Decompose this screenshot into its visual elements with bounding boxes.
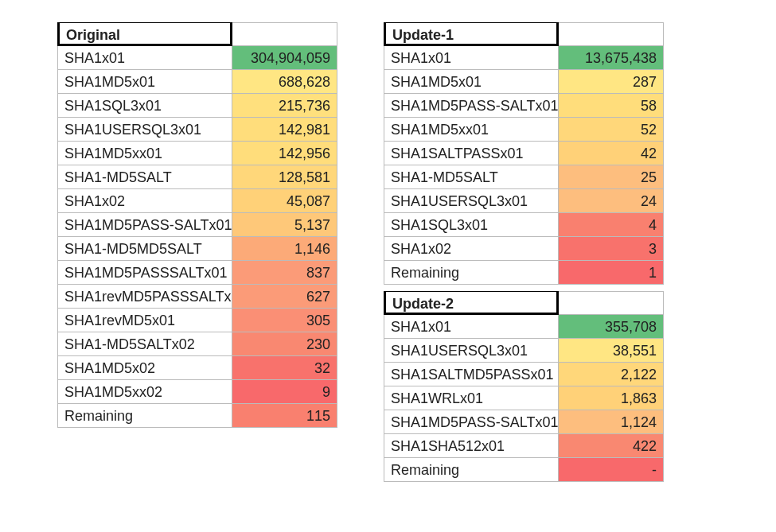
hash-method-count: 287 xyxy=(559,70,664,94)
page: Original SHA1x01304,904,059SHA1MD5x01688… xyxy=(0,0,776,514)
hash-method-label: SHA1SQL3x01 xyxy=(384,213,559,237)
hash-method-count: 215,736 xyxy=(232,94,337,118)
table-row: Remaining- xyxy=(384,458,664,482)
hash-method-count: 52 xyxy=(559,118,664,142)
table-row: SHA1MD5x0232 xyxy=(57,356,337,380)
hash-method-label: SHA1MD5x01 xyxy=(57,70,232,94)
table-header-update2: Update-2 xyxy=(384,291,559,315)
table-row: SHA1MD5xx01142,956 xyxy=(57,142,337,165)
hash-method-label: SHA1MD5x01 xyxy=(384,70,559,94)
hash-method-label: SHA1x01 xyxy=(384,46,559,70)
table-row: SHA1x01355,708 xyxy=(384,315,664,339)
table-row: SHA1MD5PASS-SALTx011,124 xyxy=(384,410,664,434)
hash-method-label: SHA1revMD5x01 xyxy=(57,309,232,332)
hash-method-count: 38,551 xyxy=(559,339,664,363)
hash-method-count: 627 xyxy=(232,285,337,309)
hash-method-label: SHA1MD5xx01 xyxy=(384,118,559,142)
table-row: SHA1USERSQL3x01142,981 xyxy=(57,118,337,142)
hash-method-label: SHA1x01 xyxy=(57,46,232,70)
table-row: SHA1MD5PASS-SALTx015,137 xyxy=(57,213,337,237)
table-row: SHA1SQL3x01215,736 xyxy=(57,94,337,118)
hash-method-label: SHA1MD5xx02 xyxy=(57,380,232,404)
hash-method-count: 24 xyxy=(559,189,664,213)
table-row: SHA1WRLx011,863 xyxy=(384,386,664,410)
table-row: SHA1SALTPASSx0142 xyxy=(384,142,664,165)
hash-method-count: 230 xyxy=(232,332,337,356)
hash-method-count: 305 xyxy=(232,309,337,332)
table-row: SHA1MD5xx029 xyxy=(57,380,337,404)
hash-method-label: SHA1MD5PASS-SALTx01 xyxy=(384,410,559,434)
hash-method-label: SHA1MD5PASS-SALTx01 xyxy=(57,213,232,237)
hash-method-count: 13,675,438 xyxy=(559,46,664,70)
hash-method-label: SHA1x01 xyxy=(384,315,559,339)
hash-method-count: 1,863 xyxy=(559,386,664,410)
hash-method-count: 32 xyxy=(232,356,337,380)
table-row: SHA1SALTMD5PASSx012,122 xyxy=(384,363,664,386)
hash-method-label: SHA1MD5xx01 xyxy=(57,142,232,165)
hash-method-count: 1,146 xyxy=(232,237,337,261)
table-original: Original SHA1x01304,904,059SHA1MD5x01688… xyxy=(57,22,337,428)
hash-method-label: SHA1-MD5MD5SALT xyxy=(57,237,232,261)
table-row: SHA1MD5PASS-SALTx0158 xyxy=(384,94,664,118)
table-row: SHA1USERSQL3x0124 xyxy=(384,189,664,213)
hash-method-count: 45,087 xyxy=(232,189,337,213)
hash-method-count: - xyxy=(559,458,664,482)
hash-method-count: 422 xyxy=(559,434,664,458)
hash-method-count: 1,124 xyxy=(559,410,664,434)
hash-method-label: SHA1USERSQL3x01 xyxy=(384,189,559,213)
hash-method-label: SHA1-MD5SALTx02 xyxy=(57,332,232,356)
table-row: SHA1-MD5MD5SALT1,146 xyxy=(57,237,337,261)
hash-method-label: SHA1-MD5SALT xyxy=(57,165,232,189)
table-row: SHA1USERSQL3x0138,551 xyxy=(384,339,664,363)
table-row: SHA1x01304,904,059 xyxy=(57,46,337,70)
table-row: SHA1SQL3x014 xyxy=(384,213,664,237)
table-row: Remaining1 xyxy=(384,261,664,285)
table-row: SHA1MD5x01287 xyxy=(384,70,664,94)
header-spacer xyxy=(232,22,337,46)
hash-method-label: SHA1revMD5PASSSALTx01 xyxy=(57,285,232,309)
table-row: SHA1x0113,675,438 xyxy=(384,46,664,70)
table-row: SHA1x023 xyxy=(384,237,664,261)
table-row: SHA1revMD5PASSSALTx01627 xyxy=(57,285,337,309)
table-header-update1: Update-1 xyxy=(384,22,559,46)
hash-method-label: SHA1x02 xyxy=(57,189,232,213)
header-spacer xyxy=(559,291,664,315)
hash-method-count: 304,904,059 xyxy=(232,46,337,70)
hash-method-label: SHA1MD5PASS-SALTx01 xyxy=(384,94,559,118)
table-row: SHA1SHA512x01422 xyxy=(384,434,664,458)
hash-method-label: Remaining xyxy=(384,458,559,482)
hash-method-label: SHA1SALTPASSx01 xyxy=(384,142,559,165)
table-row: SHA1revMD5x01305 xyxy=(57,309,337,332)
hash-method-count: 837 xyxy=(232,261,337,285)
hash-method-label: Remaining xyxy=(57,404,232,428)
hash-method-count: 142,981 xyxy=(232,118,337,142)
column-right: Update-1 SHA1x0113,675,438SHA1MD5x01287S… xyxy=(384,22,664,482)
hash-method-count: 3 xyxy=(559,237,664,261)
hash-method-count: 2,122 xyxy=(559,363,664,386)
table-row: SHA1-MD5SALT128,581 xyxy=(57,165,337,189)
hash-method-label: SHA1SALTMD5PASSx01 xyxy=(384,363,559,386)
column-left: Original SHA1x01304,904,059SHA1MD5x01688… xyxy=(57,22,337,428)
table-row: Remaining115 xyxy=(57,404,337,428)
hash-method-label: SHA1-MD5SALT xyxy=(384,165,559,189)
table-header-original: Original xyxy=(57,22,232,46)
hash-method-label: SHA1USERSQL3x01 xyxy=(384,339,559,363)
table-row: SHA1-MD5SALTx02230 xyxy=(57,332,337,356)
table-row: SHA1MD5x01688,628 xyxy=(57,70,337,94)
hash-method-count: 5,137 xyxy=(232,213,337,237)
table-row: SHA1-MD5SALT25 xyxy=(384,165,664,189)
hash-method-label: SHA1x02 xyxy=(384,237,559,261)
hash-method-label: SHA1MD5x02 xyxy=(57,356,232,380)
hash-method-count: 115 xyxy=(232,404,337,428)
hash-method-count: 128,581 xyxy=(232,165,337,189)
hash-method-label: SHA1USERSQL3x01 xyxy=(57,118,232,142)
hash-method-count: 9 xyxy=(232,380,337,404)
header-spacer xyxy=(559,22,664,46)
table-row: SHA1MD5xx0152 xyxy=(384,118,664,142)
hash-method-count: 58 xyxy=(559,94,664,118)
table-row: SHA1MD5PASSSALTx01837 xyxy=(57,261,337,285)
hash-method-count: 688,628 xyxy=(232,70,337,94)
table-update2: Update-2 SHA1x01355,708SHA1USERSQL3x0138… xyxy=(384,291,664,482)
hash-method-label: Remaining xyxy=(384,261,559,285)
hash-method-label: SHA1SQL3x01 xyxy=(57,94,232,118)
